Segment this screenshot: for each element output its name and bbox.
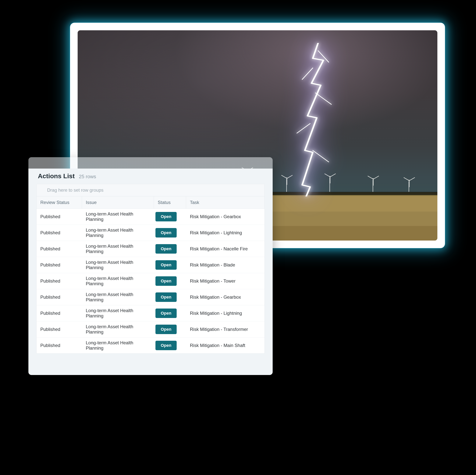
table-row[interactable]: PublishedLong-term Asset Health Planning… (36, 321, 265, 337)
status-open-button[interactable]: Open (155, 341, 177, 350)
status-open-button[interactable]: Open (155, 276, 177, 286)
cell-status: Open (154, 323, 186, 336)
cell-issue: Long-term Asset Health Planning (82, 257, 154, 273)
cell-review-status: Published (36, 292, 82, 302)
col-issue[interactable]: Issue (82, 196, 154, 209)
status-open-button[interactable]: Open (155, 244, 177, 254)
actions-list-panel: Actions List 25 rows Drag here to set ro… (28, 157, 273, 375)
cell-review-status: Published (36, 211, 82, 222)
cell-review-status: Published (36, 244, 82, 254)
grid-drag-hint[interactable]: Drag here to set row groups (36, 184, 265, 196)
row-count-label: 25 rows (79, 174, 96, 179)
cell-status: Open (154, 307, 186, 320)
cell-status: Open (154, 291, 186, 304)
cell-issue: Long-term Asset Health Planning (82, 209, 154, 225)
cell-status: Open (154, 210, 186, 223)
col-task[interactable]: Task (186, 196, 265, 209)
lightning-icon (286, 43, 339, 196)
cell-task: Risk Mitigation - Blade (186, 260, 265, 270)
table-row[interactable]: PublishedLong-term Asset Health Planning… (36, 225, 265, 241)
status-open-button[interactable]: Open (155, 309, 177, 318)
cell-issue: Long-term Asset Health Planning (82, 305, 154, 321)
status-open-button[interactable]: Open (155, 325, 177, 334)
cell-review-status: Published (36, 276, 82, 286)
cell-review-status: Published (36, 260, 82, 270)
cell-task: Risk Mitigation - Transformer (186, 324, 265, 335)
cell-review-status: Published (36, 324, 82, 335)
cell-issue: Long-term Asset Health Planning (82, 289, 154, 305)
cell-issue: Long-term Asset Health Planning (82, 321, 154, 337)
cell-task: Risk Mitigation - Main Shaft (186, 340, 265, 351)
cell-status: Open (154, 242, 186, 255)
col-review-status[interactable]: Review Status (36, 196, 82, 209)
table-row[interactable]: PublishedLong-term Asset Health Planning… (36, 209, 265, 225)
status-open-button[interactable]: Open (155, 212, 177, 221)
status-open-button[interactable]: Open (155, 292, 177, 302)
cell-issue: Long-term Asset Health Planning (82, 225, 154, 241)
cell-review-status: Published (36, 340, 82, 351)
cell-issue: Long-term Asset Health Planning (82, 337, 154, 353)
cell-task: Risk Mitigation - Gearbox (186, 292, 265, 302)
cell-task: Risk Mitigation - Tower (186, 276, 265, 286)
cell-review-status: Published (36, 308, 82, 318)
table-row[interactable]: PublishedLong-term Asset Health Planning… (36, 305, 265, 321)
table-row[interactable]: PublishedLong-term Asset Health Planning… (36, 273, 265, 289)
cell-status: Open (154, 258, 186, 272)
cell-task: Risk Mitigation - Nacelle Fire (186, 244, 265, 254)
cell-task: Risk Mitigation - Lightning (186, 308, 265, 318)
cell-task: Risk Mitigation - Lightning (186, 228, 265, 238)
cell-review-status: Published (36, 228, 82, 238)
status-open-button[interactable]: Open (155, 228, 177, 238)
grid-body: PublishedLong-term Asset Health Planning… (36, 209, 265, 353)
table-row[interactable]: PublishedLong-term Asset Health Planning… (36, 337, 265, 353)
actions-grid: Drag here to set row groups Review Statu… (36, 184, 265, 353)
status-open-button[interactable]: Open (155, 260, 177, 270)
cell-status: Open (154, 274, 186, 288)
cell-status: Open (154, 339, 186, 352)
table-row[interactable]: PublishedLong-term Asset Health Planning… (36, 257, 265, 273)
col-status[interactable]: Status (154, 196, 186, 209)
cell-issue: Long-term Asset Health Planning (82, 273, 154, 289)
cell-status: Open (154, 226, 186, 239)
table-row[interactable]: PublishedLong-term Asset Health Planning… (36, 241, 265, 257)
cell-issue: Long-term Asset Health Planning (82, 241, 154, 257)
cell-task: Risk Mitigation - Gearbox (186, 211, 265, 222)
grid-header: Review Status Issue Status Task (36, 196, 265, 209)
table-row[interactable]: PublishedLong-term Asset Health Planning… (36, 289, 265, 305)
panel-title: Actions List (38, 172, 75, 180)
